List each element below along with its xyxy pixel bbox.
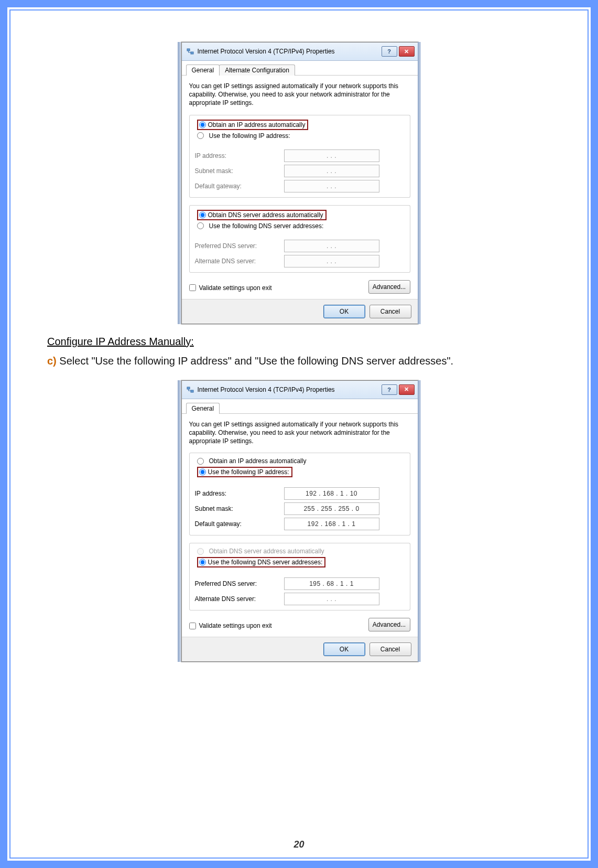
close-button[interactable]: ✕ xyxy=(399,46,415,57)
radio-obtain-dns-auto xyxy=(197,548,204,555)
ip-address-label: IP address: xyxy=(195,490,284,497)
radio-use-dns-label: Use the following DNS server addresses: xyxy=(208,559,323,566)
ip-address-field: . . . xyxy=(284,149,379,162)
radio-use-following-ip[interactable] xyxy=(199,468,206,476)
alternate-dns-label: Alternate DNS server: xyxy=(195,258,284,265)
network-icon xyxy=(186,47,194,56)
description-text: You can get IP settings assigned automat… xyxy=(189,420,410,446)
default-gateway-field[interactable]: 192 . 168 . 1 . 1 xyxy=(284,518,379,530)
page-number: 20 xyxy=(10,839,588,850)
radio-obtain-ip-auto[interactable] xyxy=(197,458,204,465)
network-icon xyxy=(186,385,194,394)
tab-general[interactable]: General xyxy=(186,403,220,414)
cancel-button[interactable]: Cancel xyxy=(369,642,411,656)
validate-settings-checkbox[interactable] xyxy=(189,623,196,629)
dialog-title: Internet Protocol Version 4 (TCP/IPv4) P… xyxy=(198,48,380,55)
ip-address-field[interactable]: 192 . 168 . 1 . 10 xyxy=(284,487,379,500)
ok-button[interactable]: OK xyxy=(323,305,365,318)
radio-use-ip-label: Use the following IP address: xyxy=(208,468,289,476)
ok-button[interactable]: OK xyxy=(323,642,365,656)
default-gateway-label: Default gateway: xyxy=(195,520,284,528)
tab-alternate-configuration[interactable]: Alternate Configuration xyxy=(219,65,295,76)
radio-use-dns-label: Use the following DNS server addresses: xyxy=(209,222,324,230)
subnet-mask-field: . . . xyxy=(284,165,379,177)
tabstrip: General xyxy=(182,399,418,414)
dialog-title: Internet Protocol Version 4 (TCP/IPv4) P… xyxy=(198,386,380,393)
step-marker: c) xyxy=(47,355,57,367)
highlight-use-dns: Use the following DNS server addresses: xyxy=(197,557,326,567)
radio-use-ip-label: Use the following IP address: xyxy=(209,132,290,140)
svg-rect-2 xyxy=(187,387,190,389)
ipv4-properties-dialog-manual: Internet Protocol Version 4 (TCP/IPv4) P… xyxy=(181,380,418,662)
preferred-dns-label: Preferred DNS server: xyxy=(195,580,284,587)
alternate-dns-field[interactable]: . . . xyxy=(284,593,379,605)
preferred-dns-field: . . . xyxy=(284,240,379,252)
radio-use-following-dns[interactable] xyxy=(199,559,206,566)
validate-settings-label: Validate settings upon exit xyxy=(199,284,272,292)
tab-general[interactable]: General xyxy=(186,65,220,76)
svg-rect-0 xyxy=(187,49,190,51)
subnet-mask-label: Subnet mask: xyxy=(195,167,284,175)
preferred-dns-field[interactable]: 195 . 68 . 1 . 1 xyxy=(284,577,379,590)
radio-obtain-dns-label: Obtain DNS server address automatically xyxy=(208,211,323,219)
subnet-mask-label: Subnet mask: xyxy=(195,505,284,512)
radio-obtain-dns-label: Obtain DNS server address automatically xyxy=(209,548,324,555)
description-text: You can get IP settings assigned automat… xyxy=(189,82,410,108)
radio-obtain-ip-auto[interactable] xyxy=(199,121,206,128)
instruction-text: c) Select "Use the following IP address"… xyxy=(47,351,551,371)
close-button[interactable]: ✕ xyxy=(399,384,415,395)
validate-settings-checkbox[interactable] xyxy=(189,284,196,291)
validate-settings-label: Validate settings upon exit xyxy=(199,622,272,629)
radio-obtain-ip-label: Obtain an IP address automatically xyxy=(209,457,307,465)
ip-address-label: IP address: xyxy=(195,152,284,159)
radio-obtain-dns-auto[interactable] xyxy=(199,211,206,219)
advanced-button[interactable]: Advanced... xyxy=(368,618,410,631)
highlight-use-ip: Use the following IP address: xyxy=(197,467,292,477)
subnet-mask-field[interactable]: 255 . 255 . 255 . 0 xyxy=(284,502,379,515)
default-gateway-label: Default gateway: xyxy=(195,183,284,190)
titlebar[interactable]: Internet Protocol Version 4 (TCP/IPv4) P… xyxy=(182,42,418,61)
radio-use-following-dns[interactable] xyxy=(197,222,204,229)
radio-obtain-ip-label: Obtain an IP address automatically xyxy=(208,121,306,128)
section-heading: Configure IP Address Manually: xyxy=(47,336,551,348)
ipv4-properties-dialog-auto: Internet Protocol Version 4 (TCP/IPv4) P… xyxy=(181,42,418,324)
alternate-dns-label: Alternate DNS server: xyxy=(195,595,284,603)
cancel-button[interactable]: Cancel xyxy=(369,305,411,318)
help-button[interactable]: ? xyxy=(382,384,397,395)
radio-use-following-ip[interactable] xyxy=(197,132,204,139)
help-button[interactable]: ? xyxy=(382,46,397,57)
svg-rect-3 xyxy=(191,390,193,392)
step-body: Select "Use the following IP address" an… xyxy=(57,355,453,367)
svg-rect-1 xyxy=(191,52,193,54)
highlight-obtain-ip: Obtain an IP address automatically xyxy=(197,120,309,130)
titlebar[interactable]: Internet Protocol Version 4 (TCP/IPv4) P… xyxy=(182,381,418,399)
preferred-dns-label: Preferred DNS server: xyxy=(195,242,284,250)
highlight-obtain-dns: Obtain DNS server address automatically xyxy=(197,210,327,220)
alternate-dns-field: . . . xyxy=(284,255,379,267)
advanced-button[interactable]: Advanced... xyxy=(368,280,410,294)
default-gateway-field: . . . xyxy=(284,180,379,192)
tabstrip: General Alternate Configuration xyxy=(182,61,418,76)
